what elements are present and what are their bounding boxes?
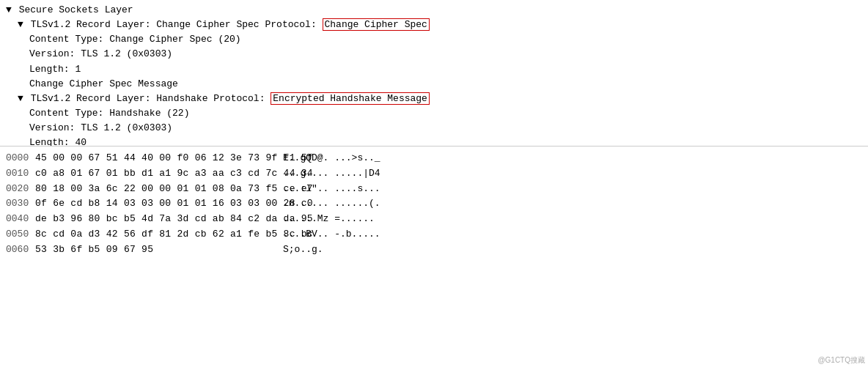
hex-bytes-6: 53 3b 6f b5 09 67 95 xyxy=(35,242,277,258)
hex-bytes-4: de b3 96 80 bc b5 4d 7a 3d cd ab 84 c2 d… xyxy=(35,212,277,227)
hex-ascii-2: ...:l".. ....s... xyxy=(277,182,380,197)
hex-ascii-6: S;o..g. xyxy=(277,242,323,258)
hex-row-0000: 0000 45 00 00 67 51 44 40 00 f0 06 12 3e… xyxy=(6,151,862,166)
hex-bytes-5: 8c cd 0a d3 42 56 df 81 2d cb 62 a1 fe b… xyxy=(35,227,277,242)
hex-ascii-3: .n...... ......(. xyxy=(277,196,380,212)
triangle-root: ▼ xyxy=(6,3,12,18)
tree-tls-hs[interactable]: ▼ TLSv1.2 Record Layer: Handshake Protoc… xyxy=(6,92,862,106)
hex-offset-3: 0030 xyxy=(6,196,35,212)
hex-row-0060: 0060 53 3b 6f b5 09 67 95 S;o..g. xyxy=(6,242,862,258)
tree-root-label: Secure Sockets Layer xyxy=(19,4,133,15)
hex-row-0010: 0010 c0 a8 01 67 01 bb d1 a1 9c a3 aa c3… xyxy=(6,166,862,182)
hex-offset-2: 0020 xyxy=(6,182,35,197)
triangle-ccs: ▼ xyxy=(18,18,23,32)
watermark: @G1CTQ搜藏 xyxy=(817,355,865,366)
hex-dump: 0000 45 00 00 67 51 44 40 00 f0 06 12 3e… xyxy=(0,147,868,367)
highlight-encrypted-handshake: Encrypted Handshake Message xyxy=(271,92,430,105)
tree-root[interactable]: ▼ Secure Sockets Layer xyxy=(6,3,862,18)
tree-ccs-content-type: Content Type: Change Cipher Spec (20) xyxy=(6,32,862,47)
hex-ascii-5: ....BV.. -.b..... xyxy=(277,227,380,242)
hex-bytes-3: 0f 6e cd b8 14 03 03 00 01 01 16 03 03 0… xyxy=(35,196,277,212)
hex-ascii-1: ...g.... .....|D4 xyxy=(277,166,380,182)
hex-offset-5: 0050 xyxy=(6,227,35,242)
highlight-change-cipher-spec: Change Cipher Spec xyxy=(323,18,430,31)
hex-ascii-4: ......Mz =...... xyxy=(277,212,375,227)
hex-bytes-2: 80 18 00 3a 6c 22 00 00 01 01 08 0a 73 f… xyxy=(35,182,277,197)
tree-hs-length: Length: 40 xyxy=(6,136,862,147)
hex-offset-4: 0040 xyxy=(6,212,35,227)
tree-hs-version: Version: TLS 1.2 (0x0303) xyxy=(6,121,862,136)
hex-row-0030: 0030 0f 6e cd b8 14 03 03 00 01 01 16 03… xyxy=(6,196,862,212)
protocol-tree: ▼ Secure Sockets Layer ▼ TLSv1.2 Record … xyxy=(0,0,868,147)
triangle-hs: ▼ xyxy=(18,92,23,106)
tree-ccs-length: Length: 1 xyxy=(6,62,862,77)
tree-tls-ccs-prefix: TLSv1.2 Record Layer: Change Cipher Spec… xyxy=(31,19,323,30)
hex-offset-1: 0010 xyxy=(6,166,35,182)
hex-bytes-1: c0 a8 01 67 01 bb d1 a1 9c a3 aa c3 cd 7… xyxy=(35,166,277,182)
hex-row-0020: 0020 80 18 00 3a 6c 22 00 00 01 01 08 0a… xyxy=(6,182,862,197)
tree-ccs-version: Version: TLS 1.2 (0x0303) xyxy=(6,47,862,62)
tree-tls-hs-prefix: TLSv1.2 Record Layer: Handshake Protocol… xyxy=(31,93,271,104)
hex-ascii-0: E..gQD@. ...>s.._ xyxy=(277,151,380,166)
tree-tls-ccs[interactable]: ▼ TLSv1.2 Record Layer: Change Cipher Sp… xyxy=(6,18,862,32)
hex-bytes-0: 45 00 00 67 51 44 40 00 f0 06 12 3e 73 9… xyxy=(35,151,277,166)
tree-hs-content-type: Content Type: Handshake (22) xyxy=(6,106,862,121)
hex-offset-6: 0060 xyxy=(6,242,35,258)
hex-offset-0: 0000 xyxy=(6,151,35,166)
tree-ccs-message: Change Cipher Spec Message xyxy=(6,77,862,92)
hex-row-0050: 0050 8c cd 0a d3 42 56 df 81 2d cb 62 a1… xyxy=(6,227,862,242)
hex-row-0040: 0040 de b3 96 80 bc b5 4d 7a 3d cd ab 84… xyxy=(6,212,862,227)
